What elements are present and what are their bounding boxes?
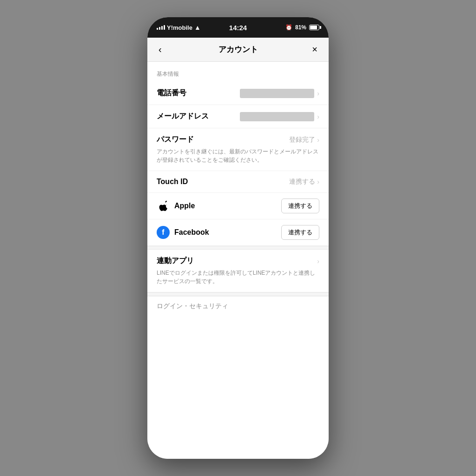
password-section[interactable]: パスワード 登録完了 › アカウントを引き継ぐには、最新のパスワードとメールアド…	[147, 128, 329, 171]
apple-row: Apple 連携する	[147, 193, 329, 219]
email-value-bar	[240, 112, 314, 121]
facebook-connect-button[interactable]: 連携する	[281, 225, 319, 240]
phone-label: 電話番号	[157, 88, 208, 98]
password-top: パスワード 登録完了 ›	[157, 135, 319, 145]
password-label: パスワード	[157, 135, 194, 145]
page-title: アカウント	[218, 44, 258, 55]
apple-name: Apple	[174, 202, 195, 210]
close-button[interactable]: ×	[310, 42, 319, 57]
phone-value-bar	[240, 89, 314, 98]
wifi-icon: ▲	[194, 24, 201, 31]
content-area: 基本情報 電話番号 › メールアドレス › パスワード 登録完了 ›	[147, 62, 329, 459]
basic-info-section-header: 基本情報	[147, 62, 329, 82]
section-divider-2	[147, 292, 329, 296]
email-chevron: ›	[317, 113, 319, 120]
section-divider	[147, 246, 329, 250]
apple-icon	[157, 199, 170, 212]
back-button[interactable]: ‹	[157, 42, 164, 57]
battery-icon	[309, 25, 319, 30]
touch-id-label: Touch ID	[157, 178, 188, 186]
email-label: メールアドレス	[157, 112, 209, 121]
status-bar: Y!mobile ▲ 14:24 ⏰ 81%	[147, 17, 329, 38]
signal-bar-3	[161, 26, 163, 30]
battery-container	[309, 25, 319, 30]
phone-value-container: ›	[208, 89, 319, 98]
apple-connect-button[interactable]: 連携する	[281, 198, 319, 213]
status-right: ⏰ 81%	[285, 24, 319, 31]
touch-id-link-text: 連携する	[289, 178, 315, 186]
phone-number-row[interactable]: 電話番号 ›	[147, 82, 329, 105]
facebook-row: f Facebook 連携する	[147, 219, 329, 246]
status-left: Y!mobile ▲	[157, 24, 201, 31]
linked-apps-section[interactable]: 連動アプリ › LINEでログインまたは権限を許可してLINEアカウントと連携し…	[147, 250, 329, 292]
touch-id-chevron: ›	[317, 178, 319, 185]
login-security-row[interactable]: ログイン・セキュリティ	[147, 296, 329, 316]
linked-apps-label: 連動アプリ	[157, 256, 194, 266]
signal-bar-4	[164, 25, 165, 30]
password-description: アカウントを引き継ぐには、最新のパスワードとメールアドレスが登録されていることを…	[157, 147, 319, 164]
carrier-label: Y!mobile	[167, 24, 192, 31]
signal-bar-1	[157, 28, 158, 30]
email-row[interactable]: メールアドレス ›	[147, 105, 329, 128]
login-security-label: ログイン・セキュリティ	[157, 302, 228, 310]
touch-id-row[interactable]: Touch ID 連携する ›	[147, 171, 329, 193]
facebook-name: Facebook	[174, 228, 209, 237]
alarm-icon: ⏰	[285, 24, 292, 31]
apple-left: Apple	[157, 199, 195, 212]
battery-fill	[310, 26, 317, 29]
facebook-icon: f	[157, 226, 170, 239]
email-value-container: ›	[209, 112, 319, 121]
phone-frame: Y!mobile ▲ 14:24 ⏰ 81% ‹ アカウント × 基本情報 電話…	[147, 17, 329, 459]
password-chevron: ›	[317, 136, 319, 144]
linked-apps-description: LINEでログインまたは権限を許可してLINEアカウントと連携したサービスの一覧…	[157, 269, 319, 285]
signal-bar-2	[159, 27, 160, 30]
password-status: 登録完了 ›	[289, 136, 319, 144]
status-time: 14:24	[229, 24, 247, 32]
nav-header: ‹ アカウント ×	[147, 38, 329, 62]
linked-apps-top: 連動アプリ ›	[157, 256, 319, 266]
password-status-text: 登録完了	[289, 136, 315, 144]
battery-percent: 81%	[295, 24, 306, 31]
phone-chevron: ›	[317, 90, 319, 97]
touch-id-link: 連携する ›	[289, 178, 319, 186]
signal-bars	[157, 25, 165, 30]
facebook-left: f Facebook	[157, 226, 209, 239]
linked-apps-chevron: ›	[317, 258, 319, 265]
